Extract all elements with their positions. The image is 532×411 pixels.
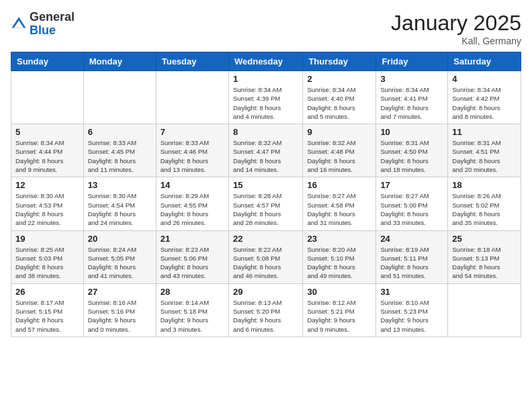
calendar-week-row: 5Sunrise: 8:34 AM Sunset: 4:44 PM Daylig… [11,124,521,177]
day-number: 4 [452,74,517,84]
day-number: 29 [233,287,298,297]
calendar-cell: 17Sunrise: 8:27 AM Sunset: 5:00 PM Dayli… [376,177,448,230]
day-number: 8 [233,127,298,137]
calendar-cell: 6Sunrise: 8:33 AM Sunset: 4:45 PM Daylig… [83,124,156,177]
calendar-cell: 19Sunrise: 8:25 AM Sunset: 5:03 PM Dayli… [11,230,84,283]
day-number: 18 [452,180,517,190]
day-number: 27 [88,287,152,297]
calendar-cell: 2Sunrise: 8:34 AM Sunset: 4:40 PM Daylig… [303,71,376,124]
weekday-header: Tuesday [156,52,228,71]
title-block: January 2025 Kall, Germany [391,11,521,46]
weekday-header: Saturday [448,52,521,71]
weekday-header: Wednesday [228,52,302,71]
day-number: 6 [88,127,152,137]
day-number: 22 [233,234,298,244]
day-info: Sunrise: 8:19 AM Sunset: 5:11 PM Dayligh… [380,245,443,281]
calendar-cell: 15Sunrise: 8:28 AM Sunset: 4:57 PM Dayli… [228,177,302,230]
logo: General Blue [11,11,75,38]
calendar-cell [11,71,84,124]
calendar-cell: 20Sunrise: 8:24 AM Sunset: 5:05 PM Dayli… [83,230,156,283]
calendar-cell: 3Sunrise: 8:34 AM Sunset: 4:41 PM Daylig… [376,71,448,124]
day-info: Sunrise: 8:28 AM Sunset: 4:57 PM Dayligh… [233,191,298,227]
calendar-cell: 12Sunrise: 8:30 AM Sunset: 4:53 PM Dayli… [11,177,84,230]
day-info: Sunrise: 8:32 AM Sunset: 4:47 PM Dayligh… [233,138,298,174]
month-title: January 2025 [391,11,521,36]
day-info: Sunrise: 8:34 AM Sunset: 4:42 PM Dayligh… [452,85,517,121]
day-info: Sunrise: 8:33 AM Sunset: 4:45 PM Dayligh… [88,138,152,174]
day-number: 28 [161,287,224,297]
day-info: Sunrise: 8:33 AM Sunset: 4:46 PM Dayligh… [161,138,224,174]
day-info: Sunrise: 8:22 AM Sunset: 5:08 PM Dayligh… [233,245,298,281]
day-number: 23 [307,234,371,244]
calendar-week-row: 26Sunrise: 8:17 AM Sunset: 5:15 PM Dayli… [11,283,521,336]
calendar-cell: 31Sunrise: 8:10 AM Sunset: 5:23 PM Dayli… [376,283,448,336]
page-header: General Blue January 2025 Kall, Germany [11,11,521,46]
calendar-cell: 4Sunrise: 8:34 AM Sunset: 4:42 PM Daylig… [448,71,521,124]
calendar-cell: 16Sunrise: 8:27 AM Sunset: 4:58 PM Dayli… [303,177,376,230]
calendar-cell: 5Sunrise: 8:34 AM Sunset: 4:44 PM Daylig… [11,124,84,177]
calendar-cell: 1Sunrise: 8:34 AM Sunset: 4:39 PM Daylig… [228,71,302,124]
day-info: Sunrise: 8:23 AM Sunset: 5:06 PM Dayligh… [161,245,224,281]
day-number: 13 [88,180,152,190]
calendar-cell: 22Sunrise: 8:22 AM Sunset: 5:08 PM Dayli… [228,230,302,283]
day-number: 10 [380,127,443,137]
day-info: Sunrise: 8:31 AM Sunset: 4:51 PM Dayligh… [452,138,517,174]
day-number: 7 [161,127,224,137]
day-number: 2 [307,74,371,84]
weekday-header: Thursday [303,52,376,71]
weekday-header: Sunday [11,52,84,71]
logo-text: General Blue [30,11,75,38]
day-info: Sunrise: 8:24 AM Sunset: 5:05 PM Dayligh… [88,245,152,281]
day-info: Sunrise: 8:27 AM Sunset: 5:00 PM Dayligh… [380,191,443,227]
day-number: 11 [452,127,517,137]
day-info: Sunrise: 8:26 AM Sunset: 5:02 PM Dayligh… [452,191,517,227]
day-info: Sunrise: 8:32 AM Sunset: 4:48 PM Dayligh… [307,138,371,174]
calendar-cell: 27Sunrise: 8:16 AM Sunset: 5:16 PM Dayli… [83,283,156,336]
calendar-cell: 14Sunrise: 8:29 AM Sunset: 4:55 PM Dayli… [156,177,228,230]
day-info: Sunrise: 8:34 AM Sunset: 4:44 PM Dayligh… [15,138,79,174]
logo-blue: Blue [30,24,56,37]
calendar-cell: 8Sunrise: 8:32 AM Sunset: 4:47 PM Daylig… [228,124,302,177]
day-number: 24 [380,234,443,244]
day-number: 3 [380,74,443,84]
weekday-header: Friday [376,52,448,71]
day-info: Sunrise: 8:12 AM Sunset: 5:21 PM Dayligh… [307,298,371,334]
day-info: Sunrise: 8:18 AM Sunset: 5:13 PM Dayligh… [452,245,517,281]
calendar-week-row: 19Sunrise: 8:25 AM Sunset: 5:03 PM Dayli… [11,230,521,283]
day-number: 9 [307,127,371,137]
calendar-cell: 10Sunrise: 8:31 AM Sunset: 4:50 PM Dayli… [376,124,448,177]
calendar-cell: 13Sunrise: 8:30 AM Sunset: 4:54 PM Dayli… [83,177,156,230]
logo-general: General [30,10,75,24]
day-info: Sunrise: 8:29 AM Sunset: 4:55 PM Dayligh… [161,191,224,227]
logo-icon [11,16,27,32]
day-info: Sunrise: 8:10 AM Sunset: 5:23 PM Dayligh… [380,298,443,334]
calendar-cell: 25Sunrise: 8:18 AM Sunset: 5:13 PM Dayli… [448,230,521,283]
day-number: 12 [15,180,79,190]
calendar-cell: 30Sunrise: 8:12 AM Sunset: 5:21 PM Dayli… [303,283,376,336]
day-number: 30 [307,287,371,297]
day-info: Sunrise: 8:30 AM Sunset: 4:53 PM Dayligh… [15,191,79,227]
calendar-cell: 24Sunrise: 8:19 AM Sunset: 5:11 PM Dayli… [376,230,448,283]
day-number: 21 [161,234,224,244]
day-number: 25 [452,234,517,244]
day-info: Sunrise: 8:34 AM Sunset: 4:41 PM Dayligh… [380,85,443,121]
calendar-cell: 29Sunrise: 8:13 AM Sunset: 5:20 PM Dayli… [228,283,302,336]
day-number: 5 [15,127,79,137]
calendar: SundayMondayTuesdayWednesdayThursdayFrid… [11,52,521,337]
day-number: 16 [307,180,371,190]
calendar-cell [156,71,228,124]
day-number: 1 [233,74,298,84]
weekday-header: Monday [83,52,156,71]
day-info: Sunrise: 8:25 AM Sunset: 5:03 PM Dayligh… [15,245,79,281]
day-info: Sunrise: 8:17 AM Sunset: 5:15 PM Dayligh… [15,298,79,334]
day-number: 17 [380,180,443,190]
calendar-cell: 9Sunrise: 8:32 AM Sunset: 4:48 PM Daylig… [303,124,376,177]
calendar-cell [448,283,521,336]
calendar-cell: 26Sunrise: 8:17 AM Sunset: 5:15 PM Dayli… [11,283,84,336]
day-number: 20 [88,234,152,244]
day-number: 26 [15,287,79,297]
calendar-week-row: 12Sunrise: 8:30 AM Sunset: 4:53 PM Dayli… [11,177,521,230]
day-info: Sunrise: 8:31 AM Sunset: 4:50 PM Dayligh… [380,138,443,174]
day-info: Sunrise: 8:34 AM Sunset: 4:40 PM Dayligh… [307,85,371,121]
day-info: Sunrise: 8:20 AM Sunset: 5:10 PM Dayligh… [307,245,371,281]
